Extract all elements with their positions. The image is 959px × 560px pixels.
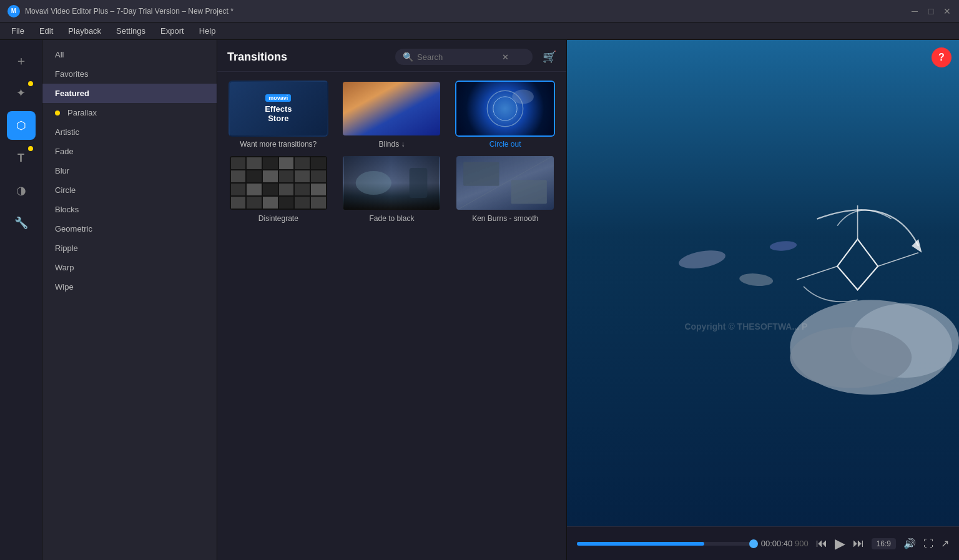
volume-button[interactable]: 🔊 — [903, 538, 916, 549]
progress-fill — [577, 542, 704, 546]
category-all[interactable]: All — [42, 45, 217, 64]
blue-dot — [28, 114, 33, 119]
transition-disintegrate[interactable]: Disintegrate — [225, 155, 332, 223]
titlebar: M Movavi Video Editor Plus – 7-Day Trial… — [0, 0, 959, 22]
play-button[interactable]: ▶ — [835, 536, 845, 552]
svg-point-4 — [356, 171, 391, 195]
menu-export[interactable]: Export — [154, 25, 190, 37]
category-parallax[interactable]: Parallax — [42, 103, 217, 122]
transition-kenburns[interactable]: Ken Burns - smooth — [451, 155, 559, 223]
effects-icon: ⬡ — [16, 119, 26, 132]
external-monitor-button[interactable]: ↗ — [941, 538, 949, 549]
movavi-badge: movavi — [265, 94, 291, 102]
transition-fade[interactable]: Fade to black — [338, 155, 446, 223]
svg-marker-15 — [837, 239, 878, 290]
clock-icon: ◑ — [16, 184, 26, 197]
menu-playback[interactable]: Playback — [62, 25, 107, 37]
circle-thumb-svg — [456, 82, 554, 135]
maximize-button[interactable]: □ — [927, 7, 935, 16]
category-blur[interactable]: Blur — [42, 161, 217, 180]
preview-progress-bar[interactable] — [577, 542, 754, 546]
cart-icon[interactable]: 🛒 — [543, 50, 556, 64]
svg-rect-7 — [511, 180, 547, 204]
fade-label: Fade to black — [369, 214, 414, 223]
preview-panel: Copyright © THESOFTWA... P ? 00:00:40 90… — [567, 40, 959, 560]
yellow-dot — [28, 81, 33, 86]
search-input[interactable] — [417, 52, 498, 62]
transitions-grid: movavi EffectsStore Want more transition… — [217, 72, 566, 232]
preview-video: Copyright © THESOFTWA... P — [567, 40, 959, 526]
search-icon: 🔍 — [403, 52, 413, 62]
category-fade[interactable]: Fade — [42, 142, 217, 161]
side-panel: All Favorites Featured Parallax Artistic… — [42, 40, 217, 560]
preview-svg — [567, 40, 959, 526]
text-button[interactable]: T — [7, 144, 36, 172]
add-media-button[interactable]: ＋ — [7, 46, 36, 75]
minimize-button[interactable]: ─ — [910, 7, 919, 16]
search-bar: 🔍 ✕ — [395, 49, 533, 65]
preview-controls: 00:00:40 900 ⏮ ▶ ⏭ 16:9 🔊 ⛶ ↗ — [567, 526, 959, 560]
transitions-title: Transitions — [227, 51, 287, 64]
preview-time: 00:00:40 900 — [761, 539, 809, 548]
kenburns-label: Ken Burns - smooth — [472, 214, 538, 223]
skip-back-button[interactable]: ⏮ — [816, 537, 827, 550]
close-button[interactable]: ✕ — [943, 7, 952, 16]
disintegrate-label: Disintegrate — [258, 214, 298, 223]
wrench-icon: 🔧 — [14, 216, 28, 230]
titlebar-title: Movavi Video Editor Plus – 7-Day Trial V… — [25, 7, 234, 16]
menubar: File Edit Playback Settings Export Help — [0, 22, 959, 40]
preview-area: Copyright © THESOFTWA... P ? — [567, 40, 959, 526]
category-geometric[interactable]: Geometric — [42, 219, 217, 238]
svg-point-13 — [739, 272, 774, 287]
menu-settings[interactable]: Settings — [110, 25, 152, 37]
transition-store[interactable]: movavi EffectsStore Want more transition… — [225, 81, 332, 149]
left-toolbar: ＋ ✦ ⬡ T ◑ 🔧 — [0, 40, 42, 560]
category-featured[interactable]: Featured — [42, 84, 217, 103]
transition-blinds[interactable]: Blinds ↓ — [338, 81, 446, 149]
category-ripple[interactable]: Ripple — [42, 238, 217, 258]
svg-point-2 — [513, 89, 534, 104]
yellow-dot2 — [28, 146, 33, 151]
blinds-label: Blinds ↓ — [378, 140, 405, 149]
category-blocks[interactable]: Blocks — [42, 200, 217, 219]
category-favorites[interactable]: Favorites — [42, 64, 217, 84]
store-label: Want more transitions? — [240, 140, 317, 149]
category-list: All Favorites Featured Parallax Artistic… — [42, 40, 217, 560]
svg-marker-19 — [912, 239, 922, 253]
svg-point-12 — [677, 247, 727, 272]
menu-edit[interactable]: Edit — [33, 25, 59, 37]
transitions-header: Transitions 🔍 ✕ 🛒 — [217, 40, 566, 72]
svg-line-17 — [878, 253, 918, 267]
transitions-button[interactable]: ✦ — [7, 79, 36, 107]
svg-point-14 — [769, 240, 797, 252]
kenburns-thumb-svg — [456, 156, 554, 210]
effects-button[interactable]: ⬡ — [7, 111, 36, 140]
clear-search-icon[interactable]: ✕ — [502, 52, 509, 62]
menu-help[interactable]: Help — [193, 25, 222, 37]
parallax-dot — [55, 111, 60, 115]
category-artistic[interactable]: Artistic — [42, 122, 217, 142]
text-icon: T — [17, 152, 24, 165]
help-button[interactable]: ? — [932, 47, 952, 67]
watermark: Copyright © THESOFTWA... P — [684, 322, 807, 332]
transitions-panel: Transitions 🔍 ✕ 🛒 movavi EffectsStore — [217, 40, 567, 560]
svg-point-11 — [790, 327, 912, 388]
fullscreen-button[interactable]: ⛶ — [923, 538, 933, 549]
app-logo: M — [7, 5, 20, 17]
wrench-button[interactable]: 🔧 — [7, 209, 36, 237]
aspect-ratio-selector[interactable]: 16:9 — [872, 538, 896, 549]
svg-rect-6 — [463, 162, 499, 186]
wand-icon: ✦ — [16, 86, 26, 100]
category-warp[interactable]: Warp — [42, 258, 217, 277]
svg-line-18 — [797, 266, 837, 280]
skip-forward-button[interactable]: ⏭ — [853, 537, 864, 550]
circle-label: Circle out — [489, 140, 521, 149]
category-wipe[interactable]: Wipe — [42, 277, 217, 297]
main-layout: ＋ ✦ ⬡ T ◑ 🔧 All Favorites — [0, 40, 959, 560]
category-circle[interactable]: Circle — [42, 180, 217, 200]
transition-circle-out[interactable]: Circle out — [451, 81, 559, 149]
svg-point-1 — [493, 97, 517, 120]
add-icon: ＋ — [15, 52, 27, 69]
time-button[interactable]: ◑ — [7, 176, 36, 205]
menu-file[interactable]: File — [5, 25, 31, 37]
